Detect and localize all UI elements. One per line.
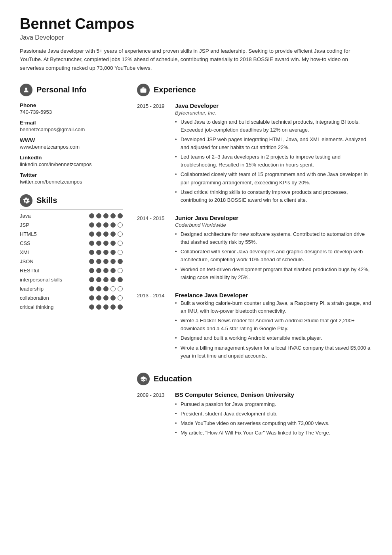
- skill-dot: [118, 277, 123, 282]
- skill-name: leadership: [20, 286, 63, 292]
- education-header: Education: [137, 373, 372, 388]
- skill-dots: [89, 277, 123, 282]
- exp-bullet: Collaborated with senior Java developers…: [175, 248, 372, 264]
- right-column: Experience 2015 - 2019 Java Developer By…: [137, 84, 372, 439]
- info-label: Twitter: [20, 172, 123, 178]
- skills-header: Skills: [20, 194, 123, 210]
- svg-point-0: [25, 88, 27, 90]
- main-grid: Personal Info Phone 740-739-5953 E-mail …: [20, 84, 372, 439]
- info-value: linkedin.com/in/bennetzcampos: [20, 161, 123, 167]
- skill-dot: [118, 232, 123, 237]
- skill-dot: [103, 213, 108, 218]
- skill-dot: [89, 259, 94, 264]
- edu-bullet: My article, "How AI Will Fix Your Car" W…: [175, 429, 372, 437]
- info-label: E-mail: [20, 120, 123, 126]
- skill-dot: [103, 268, 108, 273]
- edu-bullet: Pursued a passion for Java programming.: [175, 400, 372, 408]
- skill-dot: [110, 286, 116, 291]
- experience-icon-circle: [137, 84, 150, 96]
- skill-dot: [96, 241, 101, 246]
- skill-name: CSS: [20, 240, 63, 246]
- experience-entry: 2015 - 2019 Java Developer Bytecruncher,…: [137, 102, 372, 206]
- exp-bullet: Led teams of 2–3 Java developers in 2 pr…: [175, 153, 372, 169]
- exp-bullet: Used critical thinking skills to constan…: [175, 188, 372, 204]
- exp-job-title: Java Developer: [175, 102, 372, 109]
- skill-dot: [110, 241, 116, 246]
- exp-bullet: Built a working calorie-burn counter usi…: [175, 299, 372, 315]
- info-label: WWW: [20, 137, 123, 143]
- education-entries: 2009 - 2013 BS Computer Science, Denison…: [137, 391, 372, 439]
- skills-title: Skills: [36, 196, 57, 205]
- svg-rect-1: [141, 88, 147, 93]
- skill-dot: [110, 232, 116, 237]
- edu-content: BS Computer Science, Denison University …: [175, 391, 372, 439]
- exp-years: 2013 - 2014: [137, 292, 169, 362]
- skill-row: JSP: [20, 222, 123, 228]
- personal-info-icon: [20, 84, 32, 96]
- skill-dot: [89, 250, 94, 255]
- skill-dots: [89, 268, 123, 273]
- skill-row: collaboration: [20, 295, 123, 301]
- skill-dot: [96, 222, 101, 228]
- skill-dot: [89, 277, 94, 282]
- skill-dot: [110, 268, 116, 273]
- education-entry: 2009 - 2013 BS Computer Science, Denison…: [137, 391, 372, 439]
- skill-dot: [110, 250, 116, 255]
- info-label: Phone: [20, 102, 123, 108]
- personal-info-header: Personal Info: [20, 84, 123, 99]
- skill-dot: [103, 277, 108, 282]
- personal-info-item: Phone 740-739-5953: [20, 102, 123, 115]
- skill-dots: [89, 213, 123, 218]
- skill-dot: [96, 268, 101, 273]
- skill-dot: [103, 259, 108, 264]
- skill-dot: [96, 213, 101, 218]
- exp-bullet: Developed JSP web pages integrating HTML…: [175, 136, 372, 151]
- skill-dot: [89, 241, 94, 246]
- experience-header: Experience: [137, 84, 372, 99]
- skills-section: Skills Java JSP HTML5 CSS XML JSON RESTf…: [20, 194, 123, 310]
- skill-dots: [89, 250, 123, 255]
- experience-title: Experience: [154, 85, 196, 94]
- info-value: twitter.com/bennetzcampos: [20, 179, 123, 185]
- skill-dot: [89, 222, 94, 228]
- exp-bullet: Wrote a billing management system for a …: [175, 344, 372, 360]
- skill-dot: [110, 222, 116, 228]
- skill-dot: [110, 277, 116, 282]
- skill-dot: [103, 304, 108, 310]
- skill-dot: [89, 268, 94, 273]
- info-value: 740-739-5953: [20, 109, 123, 115]
- person-icon: [23, 86, 30, 94]
- skill-name: RESTful: [20, 268, 63, 274]
- skill-dot: [118, 286, 123, 291]
- skill-dot: [89, 232, 94, 237]
- skill-name: HTML5: [20, 231, 63, 237]
- experience-section: Experience 2015 - 2019 Java Developer By…: [137, 84, 372, 362]
- exp-bullets: Built a working calorie-burn counter usi…: [175, 299, 372, 360]
- experience-entry: 2014 - 2015 Junior Java Developer Coderb…: [137, 214, 372, 283]
- skill-row: HTML5: [20, 231, 123, 237]
- skills-icon-circle: [20, 194, 32, 207]
- edu-bullets: Pursued a passion for Java programming.P…: [175, 400, 372, 437]
- left-column: Personal Info Phone 740-739-5953 E-mail …: [20, 84, 123, 439]
- exp-bullet: Used Java to design and build scalable t…: [175, 118, 372, 134]
- skill-dot: [118, 250, 123, 255]
- skill-dot: [118, 268, 123, 273]
- skill-dots: [89, 286, 123, 291]
- resume-title: Java Developer: [20, 34, 372, 41]
- edu-degree: BS Computer Science, Denison University: [175, 391, 372, 398]
- skill-dots: [89, 304, 123, 310]
- skill-dot: [96, 286, 101, 291]
- exp-content: Junior Java Developer Coderbund Worldwid…: [175, 214, 372, 283]
- personal-info-item: LinkedIn linkedin.com/in/bennetzcampos: [20, 155, 123, 167]
- skill-name: critical thinking: [20, 304, 63, 310]
- exp-bullets: Used Java to design and build scalable t…: [175, 118, 372, 204]
- exp-job-title: Freelance Java Developer: [175, 292, 372, 299]
- skill-dot: [118, 259, 123, 264]
- personal-info-item: Twitter twitter.com/bennetzcampos: [20, 172, 123, 185]
- skill-dot: [103, 241, 108, 246]
- skill-dot: [118, 304, 123, 310]
- skill-name: XML: [20, 249, 63, 255]
- exp-company: Coderbund Worldwide: [175, 222, 372, 228]
- skill-row: JSON: [20, 258, 123, 264]
- resume-summary: Passionate Java developer with 5+ years …: [20, 47, 372, 73]
